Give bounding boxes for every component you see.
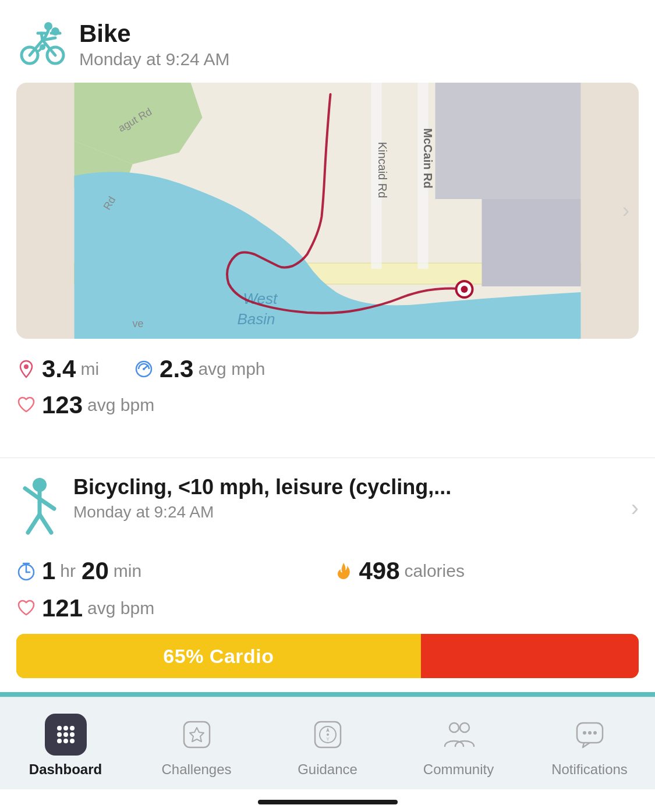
dashboard-icon-wrap <box>45 714 87 756</box>
svg-point-47 <box>57 732 62 737</box>
nav-item-community[interactable]: Community <box>393 714 524 778</box>
bike-speed-value: 2.3 <box>160 355 193 383</box>
bicycling-hr-unit: avg bpm <box>87 598 154 618</box>
bicycling-calories-value: 498 <box>359 557 400 585</box>
bike-map[interactable]: Kincaid Rd McCain Rd agut Rd Rd ve West … <box>16 83 639 339</box>
bicycling-header: Bicycling, <10 mph, leisure (cycling,...… <box>16 474 639 541</box>
bicycling-calories-unit: calories <box>405 561 465 581</box>
svg-point-33 <box>33 478 47 492</box>
bike-hr-unit: avg bpm <box>87 395 154 415</box>
cardio-label: 65% Cardio <box>163 645 274 668</box>
svg-point-52 <box>70 739 75 743</box>
bicycling-chevron-icon: › <box>631 495 639 521</box>
bicycling-stats-grid: 1 hr 20 min 498 calories <box>16 557 639 622</box>
svg-point-61 <box>588 731 592 735</box>
bicycling-calories-stat: 498 calories <box>334 557 604 585</box>
cardio-progress-bar[interactable]: 65% Cardio <box>16 634 639 678</box>
bicycling-activity-section: Bicycling, <10 mph, leisure (cycling,...… <box>0 474 655 692</box>
bike-distance-stat: 3.4 mi <box>16 355 99 383</box>
nav-notifications-label: Notifications <box>551 761 628 778</box>
bike-title: Bike <box>79 20 230 47</box>
svg-point-29 <box>24 364 29 369</box>
svg-point-60 <box>583 731 586 735</box>
bike-icon <box>16 19 69 71</box>
svg-rect-53 <box>184 722 210 747</box>
bike-timestamp: Monday at 9:24 AM <box>79 49 230 69</box>
cardio-yellow-portion: 65% Cardio <box>16 634 421 678</box>
nav-item-notifications[interactable]: Notifications <box>524 714 655 778</box>
svg-point-57 <box>449 723 459 732</box>
bottom-navigation: Dashboard Challenges Guidance <box>0 697 655 789</box>
svg-line-37 <box>28 515 40 533</box>
bike-speed-unit: avg mph <box>198 359 265 379</box>
svg-text:McCain Rd: McCain Rd <box>422 128 434 188</box>
bike-distance-value: 3.4 <box>42 355 76 383</box>
bicycling-duration-min-unit: min <box>114 561 141 581</box>
svg-point-49 <box>70 732 75 737</box>
bicycling-timestamp: Monday at 9:24 AM <box>73 503 625 522</box>
nav-community-label: Community <box>423 761 494 778</box>
cardio-red-portion <box>421 634 639 678</box>
timer-icon <box>16 561 36 581</box>
svg-point-45 <box>63 726 68 731</box>
bike-heart-stat: 123 avg bpm <box>16 391 154 419</box>
teal-separator <box>0 692 655 697</box>
svg-rect-16 <box>436 83 581 199</box>
map-chevron-icon: › <box>622 198 629 223</box>
bicycling-heart-stat: 121 avg bpm <box>16 594 287 622</box>
svg-rect-17 <box>482 199 581 286</box>
home-bar <box>258 800 398 804</box>
svg-text:Kincaid Rd: Kincaid Rd <box>376 142 389 198</box>
svg-point-28 <box>461 286 468 293</box>
nav-item-guidance[interactable]: Guidance <box>262 714 393 778</box>
bike-stats-distance-speed: 3.4 mi 2.3 avg mph <box>16 355 639 383</box>
bicycling-duration-min: 20 <box>82 557 109 585</box>
nav-item-dashboard[interactable]: Dashboard <box>0 714 131 778</box>
section-divider <box>0 458 655 458</box>
notifications-icon-wrap <box>569 714 611 756</box>
person-icon <box>16 477 63 541</box>
svg-text:Basin: Basin <box>238 310 275 328</box>
bicycling-duration-hr: 1 <box>42 557 55 585</box>
nav-item-challenges[interactable]: Challenges <box>131 714 262 778</box>
nav-challenges-label: Challenges <box>161 761 231 778</box>
bicycling-hr-value: 121 <box>42 594 83 622</box>
guidance-icon-wrap <box>307 714 349 756</box>
svg-point-44 <box>57 726 62 731</box>
svg-line-38 <box>40 515 51 533</box>
bicycling-duration-hr-unit: hr <box>60 561 76 581</box>
challenges-icon-wrap <box>176 714 218 756</box>
svg-line-36 <box>40 499 54 509</box>
svg-point-32 <box>143 368 145 370</box>
home-indicator <box>0 789 655 810</box>
svg-point-58 <box>460 723 469 732</box>
svg-point-56 <box>327 733 329 736</box>
bicycling-info-group: Bicycling, <10 mph, leisure (cycling,...… <box>73 474 625 522</box>
svg-text:ve: ve <box>133 318 144 329</box>
bike-distance-unit: mi <box>80 359 99 379</box>
distance-pin-icon <box>16 359 36 379</box>
speed-icon <box>134 359 154 379</box>
bike-activity-header: Bike Monday at 9:24 AM <box>16 19 639 71</box>
flame-icon <box>334 561 353 581</box>
svg-point-51 <box>63 739 68 743</box>
bike-activity-section: Bike Monday at 9:24 AM <box>0 0 655 441</box>
community-icon-wrap <box>438 714 480 756</box>
heart-icon <box>16 395 36 415</box>
bike-speed-stat: 2.3 avg mph <box>134 355 265 383</box>
bike-hr-value: 123 <box>42 391 83 419</box>
bicycling-heart-icon <box>16 598 36 618</box>
bicycling-content: Bicycling, <10 mph, leisure (cycling,...… <box>16 474 639 678</box>
svg-point-48 <box>63 732 68 737</box>
bike-stats-heart: 123 avg bpm <box>16 391 639 419</box>
svg-point-46 <box>70 726 75 731</box>
bicycling-title: Bicycling, <10 mph, leisure (cycling,... <box>73 474 625 499</box>
svg-point-50 <box>57 739 62 743</box>
bicycling-duration-stat: 1 hr 20 min <box>16 557 287 585</box>
nav-dashboard-label: Dashboard <box>29 761 102 778</box>
svg-point-62 <box>593 731 597 735</box>
nav-guidance-label: Guidance <box>298 761 357 778</box>
bike-title-group: Bike Monday at 9:24 AM <box>79 20 230 69</box>
